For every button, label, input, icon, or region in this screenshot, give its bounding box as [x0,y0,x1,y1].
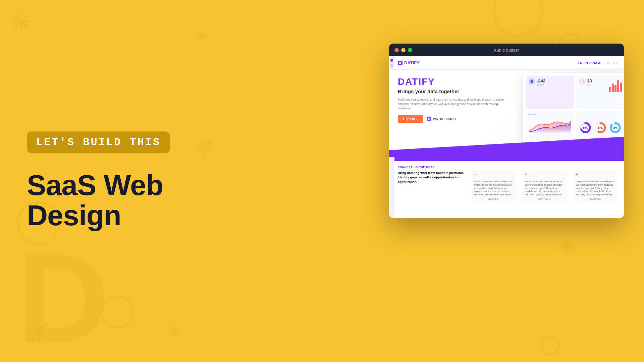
nav-link-frontpage[interactable]: FRONT PAGE [578,61,601,65]
browser-dots [394,48,412,52]
bottom-heading: Bring data together from multiple platfo… [398,171,465,184]
stat-num-large: 18,654 [537,83,545,86]
browser-title: Kubio builder [494,48,519,53]
hero-subtitle: Brings your data together [398,88,505,94]
datify-hero: DATIFY Brings your data together Datify … [389,70,624,157]
badge-container: LET'S BUILD THIS [27,131,170,153]
hero-description: Datify lets you connect lots of data poi… [398,98,505,110]
dash-card-users: 👤 -242 18,654 [526,76,574,109]
testimonial-author-2: ATIFY CEO [525,198,564,200]
sidebar-dot-1 [390,59,393,62]
nav-link-blog[interactable]: BLOG [607,61,617,65]
stat-num-docs-large: 3,221 [587,83,593,86]
doc-icon: 📄 [579,78,585,84]
datify-bottom: CONNECTING THE DOTS Bring data together … [389,161,624,207]
testimonial-author-3: SAMZ INC [576,198,614,200]
datify-logo: DATIFY [398,60,420,65]
play-icon [427,117,431,121]
stat-num-users: -242 [537,78,545,83]
testimonial-text-1: Do you sometimes have the feeling that y… [474,180,513,196]
main-title: SaaS Web Design [27,170,215,231]
testimonial-3: " Do you sometimes have the feeling that… [573,171,617,203]
dot-yellow[interactable] [401,48,406,52]
datify-logo-text: DATIFY [404,60,420,65]
sidebar-dot-2 [390,64,393,67]
connecting-label: CONNECTING THE DOTS [398,166,617,169]
area-chart-label: Analytics [528,113,572,115]
svg-text:57%: 57% [598,126,603,129]
hero-buttons: TRY FREE WATCH VIDEO [398,115,505,123]
bottom-grid: Bring data together from multiple platfo… [398,171,617,203]
left-content: LET'S BUILD THIS SaaS Web Design [27,131,215,231]
dash-stat-users: 👤 -242 18,654 [529,78,572,86]
dot-red[interactable] [394,48,399,52]
datify-nav-links: FRONT PAGE BLOG [578,61,617,65]
bottom-heading-area: Bring data together from multiple platfo… [398,171,465,203]
testimonial-1: " Do you sometimes have the feeling that… [472,171,516,203]
svg-text:85%: 85% [613,126,618,129]
browser-window: Kubio builder DATIFY FRONT PAGE BLOG [389,44,624,218]
browser-titlebar: Kubio builder [389,44,624,56]
badge-text: LET'S BUILD THIS [36,136,161,148]
testimonial-text-3: Do you sometimes have the feeling that y… [576,180,614,196]
watch-video-button[interactable]: WATCH VIDEO [427,117,456,121]
quote-mark-1: " [474,173,513,179]
dash-stat-docs: 📄 38 3,221 [579,78,593,86]
stat-num-docs: 38 [587,78,593,83]
logo-icon [398,61,402,65]
try-free-button[interactable]: TRY FREE [398,115,423,123]
quote-mark-2: " [525,173,564,179]
hero-left: DATIFY Brings your data together Datify … [398,76,505,123]
testimonial-text-2: Do you sometimes have the feeling that y… [525,180,564,196]
svg-text:68%: 68% [583,126,588,129]
user-icon: 👤 [529,78,535,84]
browser-content: DATIFY FRONT PAGE BLOG DATIFY Brings you… [389,56,624,218]
datify-nav: DATIFY FRONT PAGE BLOG [389,56,624,70]
stat-info-users: -242 18,654 [537,78,545,86]
purple-band [389,157,624,161]
dash-card-docs: 📄 38 3,221 [576,76,624,109]
watch-video-label: WATCH VIDEO [433,117,456,121]
dot-green[interactable] [408,48,412,52]
testimonial-2: " Do you sometimes have the feeling that… [522,171,566,203]
stat-info-docs: 38 3,221 [587,78,593,86]
testimonial-author-1: LEVIS INC [474,198,513,200]
hero-title: DATIFY [398,76,505,87]
quote-mark-3: " [576,173,614,179]
hero-wave [389,130,624,157]
